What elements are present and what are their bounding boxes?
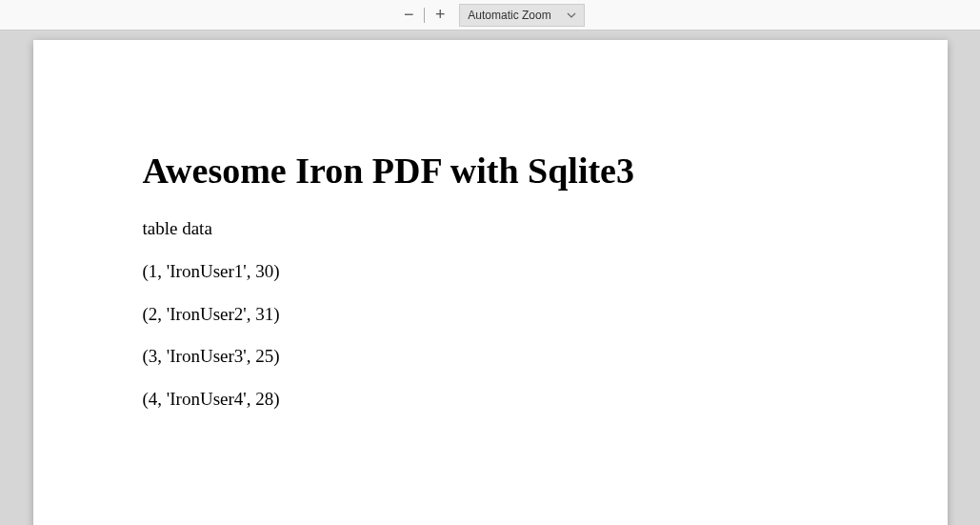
table-row: (1, 'IronUser1', 30)	[143, 261, 838, 283]
document-title: Awesome Iron PDF with Sqlite3	[143, 150, 838, 192]
table-row: (3, 'IronUser3', 25)	[143, 346, 838, 368]
chevron-down-icon	[567, 10, 576, 20]
zoom-out-button[interactable]: −	[395, 4, 422, 27]
table-row: (2, 'IronUser2', 31)	[143, 304, 838, 326]
zoom-divider	[424, 8, 425, 23]
zoom-select-label: Automatic Zoom	[468, 9, 550, 22]
document-subtitle: table data	[143, 218, 838, 240]
zoom-level-select[interactable]: Automatic Zoom	[459, 4, 584, 27]
pdf-viewer-area[interactable]: Awesome Iron PDF with Sqlite3 table data…	[0, 30, 980, 525]
zoom-in-button[interactable]: +	[427, 4, 453, 27]
table-row: (4, 'IronUser4', 28)	[143, 389, 838, 411]
pdf-page: Awesome Iron PDF with Sqlite3 table data…	[33, 40, 948, 525]
zoom-controls: − + Automatic Zoom	[395, 4, 584, 27]
pdf-toolbar: − + Automatic Zoom	[0, 0, 980, 30]
